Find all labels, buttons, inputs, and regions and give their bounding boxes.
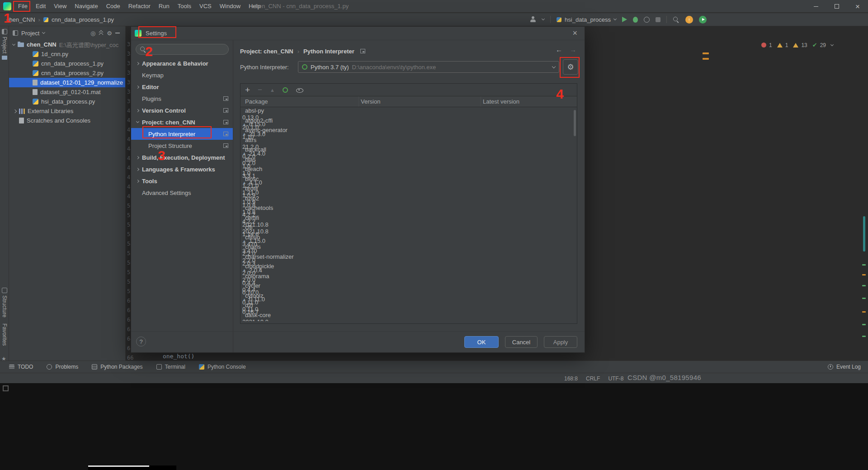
show-early-releases-icon[interactable] (296, 86, 303, 94)
package-row-blas[interactable]: blas1.01.0 (241, 156, 577, 166)
package-row-certifi[interactable]: certifi2021.10.82021.10.8 (241, 214, 577, 224)
project-file-cnn-data-process-2-py[interactable]: cnn_data_process_2.py (9, 68, 125, 78)
settings-tree-item-build-execution-deployment[interactable]: Build, Execution, Deployment (131, 152, 233, 163)
settings-tree-item-project-chen-cnn[interactable]: Project: chen_CNN (131, 116, 233, 128)
package-row-colorama[interactable]: colorama0.4.40.4.4 (241, 273, 577, 283)
column-package[interactable]: Package (241, 96, 359, 107)
project-file-hsi-data-process-py[interactable]: hsi_data_process.py (9, 97, 125, 106)
package-row-bleach[interactable]: bleach3.3.1▲4.1.0 (241, 166, 577, 176)
ok-button[interactable]: OK (464, 336, 499, 348)
update-badge-icon[interactable]: ↑ (685, 16, 693, 24)
menu-navigate[interactable]: Navigate (71, 0, 102, 13)
settings-tree-item-python-interpreter[interactable]: Python Interpreter (131, 128, 233, 140)
maximize-button[interactable] (826, 0, 847, 13)
tool-window-button-problems[interactable]: Problems (47, 364, 78, 370)
interpreter-select[interactable]: Python 3.7 (ty) D:\anaconda\envs\ty\pyth… (298, 61, 559, 73)
tool-window-button-python-packages[interactable]: Python Packages (92, 364, 142, 370)
stop-button[interactable] (656, 17, 660, 22)
project-panel-title[interactable]: Project (21, 30, 39, 37)
inspections-widget[interactable]: 1 1 13 ✔ 29 (761, 42, 833, 48)
settings-tree-item-keymap[interactable]: Keymap (131, 69, 233, 81)
settings-tree-item-tools[interactable]: Tools (131, 175, 233, 187)
package-row-dask-core[interactable]: dask-core2021.10.02021.10.0 (241, 312, 577, 322)
settings-tree-item-advanced-settings[interactable]: Advanced Settings (131, 187, 233, 199)
tool-window-button-terminal[interactable]: Terminal (156, 364, 185, 370)
project-file-dataset-gt-012-01-mat[interactable]: dataset_gt_012-01.mat (9, 87, 125, 97)
chevron-down-icon[interactable] (12, 42, 15, 45)
video-progress-bar[interactable] (88, 465, 176, 470)
error-stripe[interactable] (861, 26, 867, 361)
dialog-title-bar[interactable]: Settings × (131, 27, 585, 40)
hide-panel-icon[interactable] (115, 33, 120, 33)
forward-arrow-icon[interactable]: → (570, 46, 576, 53)
column-latest-version[interactable]: Latest version (481, 96, 577, 107)
project-node-external-libraries[interactable]: External Libraries (9, 106, 125, 116)
collapse-all-icon[interactable] (99, 30, 104, 36)
line-ending[interactable]: CRLF (586, 375, 600, 382)
package-row-brotli[interactable]: brotli1.0.91.0.9 (241, 185, 577, 195)
chevron-down-icon[interactable] (542, 17, 545, 20)
dialog-close-icon[interactable]: × (572, 28, 577, 38)
run-button[interactable] (622, 17, 627, 22)
breadcrumb-project[interactable]: chen_CNN (6, 16, 35, 23)
project-node-scratches-and-consoles[interactable]: Scratches and Consoles (9, 116, 125, 125)
settings-tree-item-editor[interactable]: Editor (131, 81, 233, 93)
search-everywhere-icon[interactable] (673, 16, 679, 23)
package-row-charls[interactable]: charls2.2.02.2.0 (241, 243, 577, 253)
menu-run[interactable]: Run (155, 0, 174, 13)
breadcrumb-file[interactable]: cnn_data_process_1.py (52, 16, 114, 23)
settings-breadcrumb-project[interactable]: Project: chen_CNN (240, 48, 293, 55)
help-button[interactable]: ? (136, 337, 146, 347)
back-arrow-icon[interactable]: ← (556, 46, 562, 53)
package-row-cfitsio[interactable]: cfitsio3.4703.470 (241, 234, 577, 244)
settings-search-input[interactable] (136, 44, 229, 55)
package-row-absl-py[interactable]: absl-py0.13.0▲0.15.0 (241, 107, 577, 117)
interpreter-settings-gear-button[interactable]: ⚙ (563, 59, 578, 75)
package-row-async-generator[interactable]: async-generator1.10 (241, 127, 577, 137)
package-row-cycler[interactable]: cycler0.10.0▲0.11.0 (241, 282, 577, 292)
settings-tree-item-project-structure[interactable]: Project Structure (131, 140, 233, 152)
tool-window-button-python-console[interactable]: Python Console (199, 364, 246, 370)
package-row-d2l[interactable]: d2l0.16.7 (241, 302, 577, 312)
upgrade-package-icon[interactable]: ▲ (270, 87, 275, 93)
menu-code[interactable]: Code (102, 0, 124, 13)
minimize-button[interactable] (806, 0, 826, 13)
menu-refactor[interactable]: Refactor (124, 0, 155, 13)
menu-edit[interactable]: Edit (32, 0, 50, 13)
user-icon[interactable] (530, 16, 536, 23)
package-row-cffi[interactable]: cffi1.14.6▲1.15.0 (241, 224, 577, 234)
encoding[interactable]: UTF-8 (608, 375, 623, 382)
project-tool-button[interactable]: Project (0, 29, 9, 60)
locate-file-icon[interactable]: ◎ (90, 30, 95, 36)
package-row-blosc[interactable]: blosc1.21.01.21.0 (241, 176, 577, 185)
package-row-bzip2[interactable]: bzip21.0.81.0.8 (241, 195, 577, 205)
install-package-icon[interactable]: + (245, 85, 250, 94)
settings-tree-item-appearance-behavior[interactable]: Appearance & Behavior (131, 57, 233, 69)
settings-breadcrumb-page[interactable]: Python Interpreter (303, 48, 354, 55)
column-version[interactable]: Version (359, 96, 481, 107)
caret-position[interactable]: 168:8 (564, 375, 578, 382)
structure-tool-button[interactable]: Structure (0, 288, 9, 318)
package-row-attrs[interactable]: attrs21.2.0▲21.4.0 (241, 137, 577, 147)
package-row-cytoolz[interactable]: cytoolz0.11.00.11.0 (241, 292, 577, 302)
package-row-argon2-cffi[interactable]: argon2-cffi20.1.0▲21.3.0 (241, 117, 577, 127)
conda-mode-icon[interactable] (283, 87, 288, 93)
package-row-charset-normalizer[interactable]: charset-normalizer2.0.3▲2.0.4 (241, 253, 577, 263)
settings-tree-item-version-control[interactable]: Version Control (131, 104, 233, 116)
chevron-down-icon[interactable] (830, 43, 834, 46)
uninstall-package-icon[interactable]: − (258, 86, 262, 94)
menu-tools[interactable]: Tools (174, 0, 195, 13)
gear-icon[interactable]: ⚙ (107, 30, 112, 36)
menu-file[interactable]: File (14, 0, 32, 13)
package-row-cachetools[interactable]: cachetools4.2.24.2.2 (241, 204, 577, 214)
cancel-button[interactable]: Cancel (505, 336, 538, 348)
close-button[interactable]: × (847, 0, 868, 13)
scrollbar-thumb[interactable] (574, 110, 576, 136)
project-file-1d-cnn-py[interactable]: 1d_cnn.py (9, 49, 125, 59)
chevron-down-icon[interactable] (42, 31, 45, 34)
project-root-node[interactable]: chen_CNN E:\高光谱图\hyper_coc (9, 40, 125, 49)
coverage-button[interactable] (644, 17, 650, 23)
apply-button[interactable]: Apply (544, 336, 577, 348)
event-log-button[interactable]: Event Log (828, 364, 861, 370)
menu-view[interactable]: View (50, 0, 71, 13)
